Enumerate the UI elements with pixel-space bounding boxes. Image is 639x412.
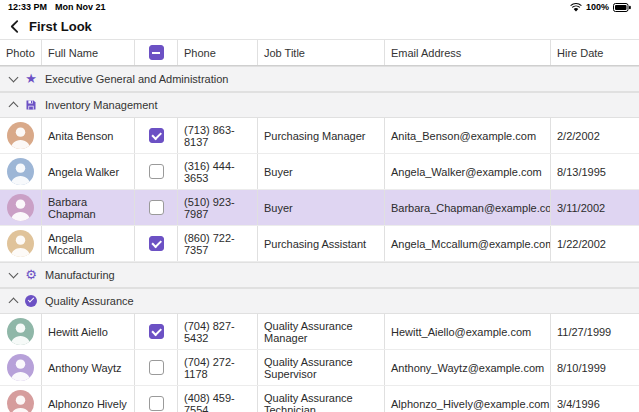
cell-phone: (316) 444-3653 xyxy=(178,154,258,189)
cell-email: Hewitt_Aiello@example.com xyxy=(385,314,551,349)
header-cell-full_name[interactable]: Full Name xyxy=(42,40,135,65)
cell-hire-date: 8/13/1995 xyxy=(551,154,639,189)
hire-date-text: 2/2/2002 xyxy=(557,130,600,142)
cell-job-title: Buyer xyxy=(258,154,385,189)
cell-email: Angela_Walker@example.com xyxy=(385,154,551,189)
group-label: Executive General and Administration xyxy=(45,73,228,85)
page-title: First Look xyxy=(29,19,92,34)
row-checkbox[interactable] xyxy=(149,396,164,411)
select-all-checkbox[interactable] xyxy=(149,45,164,60)
grid: PhotoFull NamePhoneJob TitleEmail Addres… xyxy=(0,40,639,412)
cell-job-title: Quality Assurance Manager xyxy=(258,314,385,349)
job-title-text: Quality Assurance Supervisor xyxy=(264,356,378,380)
header-cell-select[interactable] xyxy=(135,40,178,65)
header-cell-email[interactable]: Email Address xyxy=(385,40,551,65)
header-label: Hire Date xyxy=(557,47,603,59)
cell-job-title: Purchasing Assistant xyxy=(258,226,385,261)
header-label: Phone xyxy=(184,47,216,59)
table-row[interactable]: Anthony Waytz(704) 272-1178Quality Assur… xyxy=(0,350,639,386)
group-label: Quality Assurance xyxy=(45,295,134,307)
row-checkbox[interactable] xyxy=(149,360,164,375)
full-name-text: Anthony Waytz xyxy=(48,362,122,374)
job-title-text: Quality Assurance Technician xyxy=(264,392,378,412)
status-time: 12:33 PM xyxy=(8,2,47,12)
email-text: Barbara_Chapman@example.com xyxy=(391,202,551,214)
header-cell-photo[interactable]: Photo xyxy=(0,40,42,65)
cell-select xyxy=(135,350,178,385)
cell-phone: (704) 272-1178 xyxy=(178,350,258,385)
chevron-up-icon xyxy=(9,102,19,112)
chevron-down-icon xyxy=(9,269,19,279)
header-cell-job_title[interactable]: Job Title xyxy=(258,40,385,65)
table-row[interactable]: Angela Walker(316) 444-3653BuyerAngela_W… xyxy=(0,154,639,190)
full-name-text: Angela Walker xyxy=(48,166,119,178)
group-row[interactable]: Quality Assurance xyxy=(0,288,639,314)
row-checkbox[interactable] xyxy=(149,236,164,251)
grid-header: PhotoFull NamePhoneJob TitleEmail Addres… xyxy=(0,40,639,66)
hire-date-text: 3/11/2002 xyxy=(557,202,605,214)
cell-full-name: Hewitt Aiello xyxy=(42,314,135,349)
group-row[interactable]: ⚙Manufacturing xyxy=(0,262,639,288)
table-row[interactable]: Alphonzo Hively(408) 459-7554Quality Ass… xyxy=(0,386,639,412)
cell-phone: (408) 459-7554 xyxy=(178,386,258,412)
header-cell-hire_date[interactable]: Hire Date xyxy=(551,40,639,65)
phone-text: (704) 827-5432 xyxy=(184,320,251,344)
cell-job-title: Purchasing Manager xyxy=(258,118,385,153)
group-row[interactable]: ★Executive General and Administration xyxy=(0,66,639,92)
job-title-text: Quality Assurance Manager xyxy=(264,320,378,344)
avatar xyxy=(7,230,34,257)
table-row[interactable]: Anita Benson(713) 863-8137Purchasing Man… xyxy=(0,118,639,154)
header-cell-phone[interactable]: Phone xyxy=(178,40,258,65)
job-title-text: Purchasing Assistant xyxy=(264,238,366,250)
avatar xyxy=(7,390,34,412)
email-text: Hewitt_Aiello@example.com xyxy=(391,326,531,338)
avatar xyxy=(7,354,34,381)
table-row[interactable]: Barbara Chapman(510) 923-7987BuyerBarbar… xyxy=(0,190,639,226)
avatar xyxy=(7,158,34,185)
nav-bar: First Look xyxy=(0,14,639,40)
row-checkbox[interactable] xyxy=(149,164,164,179)
full-name-text: Alphonzo Hively xyxy=(48,398,127,410)
group-label: Manufacturing xyxy=(45,269,115,281)
hire-date-text: 8/10/1999 xyxy=(557,362,606,374)
cell-photo xyxy=(0,386,42,412)
cell-job-title: Buyer xyxy=(258,190,385,225)
cell-select xyxy=(135,314,178,349)
phone-text: (860) 722-7357 xyxy=(184,232,251,256)
email-text: Angela_Mccallum@example.com xyxy=(391,238,551,250)
cell-full-name: Anita Benson xyxy=(42,118,135,153)
back-button[interactable] xyxy=(10,19,19,34)
app-screen: 12:33 PM Mon Nov 21 100% xyxy=(0,0,639,412)
cell-photo xyxy=(0,154,42,189)
cell-full-name: Anthony Waytz xyxy=(42,350,135,385)
inventory-icon xyxy=(24,98,38,112)
cell-full-name: Angela Mccallum xyxy=(42,226,135,261)
cell-hire-date: 1/22/2002 xyxy=(551,226,639,261)
gear-icon: ⚙ xyxy=(24,268,38,282)
table-row[interactable]: Hewitt Aiello(704) 827-5432Quality Assur… xyxy=(0,314,639,350)
row-checkbox[interactable] xyxy=(149,128,164,143)
email-text: Anthony_Waytz@example.com xyxy=(391,362,544,374)
grid-body: ★Executive General and AdministrationInv… xyxy=(0,66,639,412)
cell-email: Anita_Benson@example.com xyxy=(385,118,551,153)
job-title-text: Purchasing Manager xyxy=(264,130,366,142)
row-checkbox[interactable] xyxy=(149,200,164,215)
row-checkbox[interactable] xyxy=(149,324,164,339)
wifi-icon xyxy=(570,3,582,12)
hire-date-text: 1/22/2002 xyxy=(557,238,606,250)
cell-photo xyxy=(0,226,42,261)
full-name-text: Hewitt Aiello xyxy=(48,326,108,338)
cell-hire-date: 8/10/1999 xyxy=(551,350,639,385)
full-name-text: Anita Benson xyxy=(48,130,113,142)
cell-full-name: Alphonzo Hively xyxy=(42,386,135,412)
header-label: Email Address xyxy=(391,47,461,59)
cell-job-title: Quality Assurance Supervisor xyxy=(258,350,385,385)
group-row[interactable]: Inventory Management xyxy=(0,92,639,118)
status-bar: 12:33 PM Mon Nov 21 100% xyxy=(0,0,639,14)
battery-icon xyxy=(613,3,631,12)
full-name-text: Barbara Chapman xyxy=(48,196,128,220)
table-row[interactable]: Angela Mccallum(860) 722-7357Purchasing … xyxy=(0,226,639,262)
status-left: 12:33 PM Mon Nov 21 xyxy=(8,2,106,12)
check-circle-icon xyxy=(24,294,38,308)
hire-date-text: 8/13/1995 xyxy=(557,166,606,178)
